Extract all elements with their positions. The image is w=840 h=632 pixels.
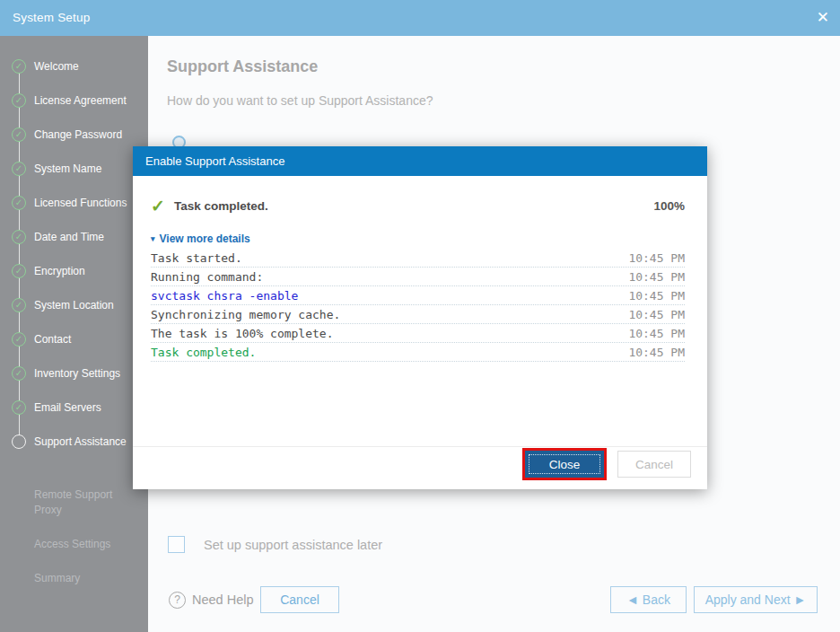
log-message: Task started.	[151, 251, 242, 265]
sidebar-substep-remote-support-proxy: Remote Support Proxy	[0, 487, 148, 518]
sidebar-steps: ✓Welcome✓License Agreement✓Change Passwo…	[0, 49, 148, 459]
sidebar-step-welcome[interactable]: ✓Welcome	[0, 49, 148, 83]
task-log-row: Task completed.10:45 PM	[151, 343, 685, 362]
log-message: Running command:	[151, 270, 263, 284]
task-log-row: Running command:10:45 PM	[151, 268, 685, 286]
step-label: Welcome	[34, 60, 79, 73]
setup-later-label: Set up support assistance later	[204, 538, 382, 552]
log-timestamp: 10:45 PM	[628, 327, 685, 340]
log-timestamp: 10:45 PM	[628, 270, 685, 284]
task-complete-check-icon: ✓	[151, 196, 165, 216]
completed-check-icon: ✓	[12, 400, 26, 415]
step-label: System Name	[34, 162, 101, 175]
window-title: System Setup	[13, 0, 90, 36]
log-timestamp: 10:45 PM	[628, 308, 685, 321]
completed-check-icon: ✓	[12, 127, 26, 142]
step-label: Change Password	[34, 128, 122, 141]
sidebar-step-support-assistance[interactable]: Support Assistance	[0, 425, 148, 459]
sidebar-step-license-agreement[interactable]: ✓License Agreement	[0, 83, 148, 118]
dialog-footer-divider	[133, 446, 707, 447]
enable-support-assistance-dialog: Enable Support Assistance ✓ Task complet…	[133, 146, 707, 489]
step-label: Encryption	[34, 265, 85, 277]
current-step-icon	[12, 434, 26, 449]
sidebar-step-email-servers[interactable]: ✓Email Servers	[0, 391, 148, 425]
dialog-cancel-button: Cancel	[617, 451, 691, 478]
sidebar-substep-summary: Summary	[0, 571, 148, 586]
sidebar-step-system-location[interactable]: ✓System Location	[0, 288, 148, 322]
sidebar-step-encryption[interactable]: ✓Encryption	[0, 254, 148, 288]
completed-check-icon: ✓	[12, 366, 26, 381]
window-close-icon[interactable]: ✕	[817, 0, 829, 36]
sidebar-step-change-password[interactable]: ✓Change Password	[0, 118, 148, 152]
log-message: Task completed.	[151, 346, 256, 359]
close-button-highlight: Close	[522, 448, 607, 480]
close-button[interactable]: Close	[525, 451, 604, 478]
step-label: System Location	[34, 299, 114, 312]
task-log-row: The task is 100% complete.10:45 PM	[151, 324, 685, 343]
chevron-down-icon: ▾	[151, 234, 155, 243]
need-help-label[interactable]: Need Help	[192, 592, 254, 607]
wizard-sidebar: ✓Welcome✓License Agreement✓Change Passwo…	[0, 36, 148, 632]
completed-check-icon: ✓	[12, 162, 26, 176]
sidebar-substep-access-settings: Access Settings	[0, 537, 148, 552]
step-label: Date and Time	[34, 231, 104, 243]
log-message: The task is 100% complete.	[151, 327, 334, 340]
apply-and-next-button[interactable]: Apply and Next ►	[694, 586, 818, 613]
task-status-label: Task completed.	[174, 199, 268, 213]
log-message: Synchronizing memory cache.	[151, 308, 340, 321]
step-label: Contact	[34, 333, 71, 346]
task-log-row: svctask chsra -enable10:45 PM	[151, 286, 685, 305]
log-timestamp: 10:45 PM	[628, 289, 685, 303]
sidebar-step-date-and-time[interactable]: ✓Date and Time	[0, 220, 148, 254]
page-subtitle: How do you want to set up Support Assist…	[167, 93, 433, 108]
setup-later-checkbox[interactable]	[168, 536, 185, 553]
view-more-details-toggle[interactable]: ▾View more details	[151, 233, 250, 245]
window-titlebar: System Setup ✕	[0, 0, 840, 36]
step-label: Licensed Functions	[34, 197, 127, 209]
page-title: Support Assistance	[167, 57, 318, 76]
completed-check-icon: ✓	[12, 93, 26, 108]
back-button[interactable]: ◄ Back	[610, 586, 687, 613]
sidebar-step-licensed-functions[interactable]: ✓Licensed Functions	[0, 186, 148, 220]
completed-check-icon: ✓	[12, 59, 26, 74]
task-log-row: Synchronizing memory cache.10:45 PM	[151, 305, 685, 324]
completed-check-icon: ✓	[12, 196, 26, 210]
view-more-details-label: View more details	[160, 233, 250, 245]
help-icon[interactable]: ?	[169, 592, 186, 609]
completed-check-icon: ✓	[12, 332, 26, 347]
log-message: svctask chsra -enable	[151, 289, 298, 303]
completed-check-icon: ✓	[12, 298, 26, 312]
task-status-row: ✓ Task completed. 100%	[151, 196, 685, 216]
log-timestamp: 10:45 PM	[628, 251, 685, 265]
sidebar-substeps: Remote Support ProxyAccess SettingsSumma…	[0, 487, 148, 605]
log-timestamp: 10:45 PM	[628, 346, 685, 359]
sidebar-step-system-name[interactable]: ✓System Name	[0, 152, 148, 186]
completed-check-icon: ✓	[12, 230, 26, 244]
task-progress-percent: 100%	[653, 199, 685, 213]
step-label: Inventory Settings	[34, 367, 120, 380]
sidebar-step-contact[interactable]: ✓Contact	[0, 322, 148, 356]
sidebar-step-inventory-settings[interactable]: ✓Inventory Settings	[0, 356, 148, 391]
cancel-button[interactable]: Cancel	[260, 586, 339, 613]
dialog-title: Enable Support Assistance	[133, 146, 707, 176]
step-label: Email Servers	[34, 401, 101, 414]
step-label: Support Assistance	[34, 435, 127, 448]
task-log-row: Task started.10:45 PM	[151, 249, 685, 268]
task-log: Task started.10:45 PMRunning command:10:…	[151, 249, 685, 362]
completed-check-icon: ✓	[12, 264, 26, 278]
step-label: License Agreement	[34, 94, 127, 107]
